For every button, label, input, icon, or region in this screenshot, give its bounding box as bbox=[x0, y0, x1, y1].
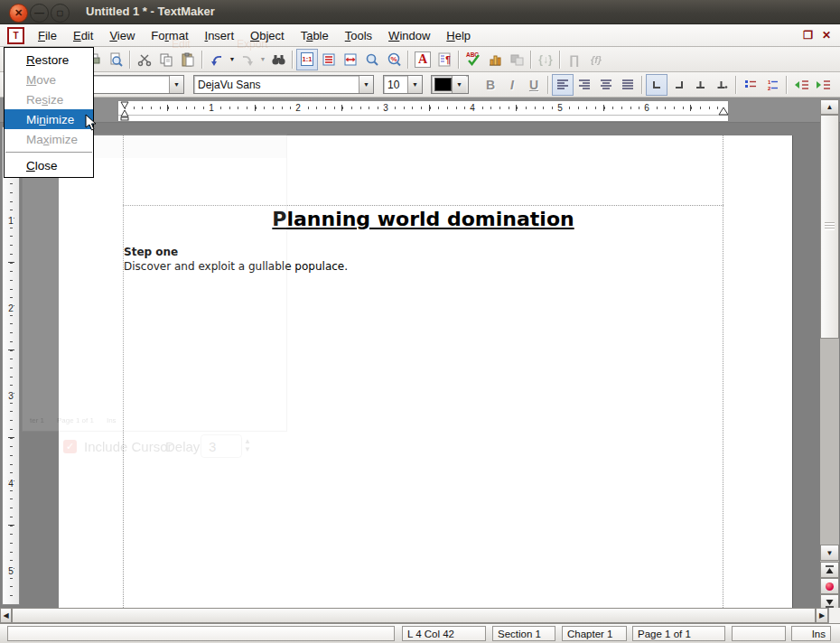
decrease-indent-button[interactable] bbox=[790, 74, 812, 96]
tab-decimal-button[interactable] bbox=[711, 74, 733, 96]
fit-width-button[interactable] bbox=[340, 49, 361, 70]
winmenu-maximize[interactable]: Maximize bbox=[5, 129, 93, 149]
winmenu-minimize[interactable]: Minimize bbox=[5, 109, 93, 129]
status-cursor-position[interactable]: L 4 Col 42 bbox=[402, 626, 486, 641]
scrollbar-corner bbox=[828, 608, 840, 623]
winmenu-restore[interactable]: Restore bbox=[5, 50, 93, 70]
spellcheck-button[interactable]: ABC bbox=[462, 49, 484, 70]
tab-left-button[interactable] bbox=[646, 74, 667, 96]
menu-object[interactable]: Object bbox=[242, 26, 293, 45]
italic-button[interactable]: I bbox=[501, 74, 523, 96]
window-minimize-button[interactable]: — bbox=[30, 4, 49, 23]
align-left-button[interactable] bbox=[552, 74, 574, 96]
window-close-button[interactable]: ✕ bbox=[9, 4, 28, 23]
cut-button[interactable] bbox=[134, 49, 155, 70]
insert-chart-button[interactable] bbox=[484, 49, 506, 70]
browse-object-button[interactable] bbox=[820, 578, 839, 594]
status-chapter[interactable]: Chapter 1 bbox=[562, 626, 627, 641]
scroll-right-button[interactable]: ▶ bbox=[816, 608, 828, 623]
zoom-percent-button[interactable]: % bbox=[383, 49, 405, 70]
window-maximize-button[interactable]: ▢ bbox=[51, 4, 70, 23]
align-center-button[interactable] bbox=[595, 74, 617, 96]
bullet-list-icon bbox=[743, 79, 758, 91]
numbered-list-icon: 12 bbox=[765, 79, 779, 91]
menu-help[interactable]: Help bbox=[438, 26, 479, 45]
toolbar-separator bbox=[201, 51, 203, 69]
status-section[interactable]: Section 1 bbox=[492, 626, 555, 641]
status-page[interactable]: Page 1 of 1 bbox=[632, 626, 725, 641]
right-arrow-icon: ▶ bbox=[819, 611, 825, 620]
status-insert-mode[interactable]: Ins bbox=[791, 626, 831, 641]
undo-dropdown-arrow[interactable]: ▼ bbox=[228, 49, 237, 70]
menu-insert[interactable]: Insert bbox=[197, 26, 243, 45]
redo-button[interactable] bbox=[237, 49, 258, 70]
bold-button[interactable]: B bbox=[480, 74, 501, 96]
copy-button[interactable] bbox=[155, 49, 177, 70]
print-preview-button[interactable] bbox=[105, 49, 126, 70]
document-step-heading: Step one bbox=[124, 246, 178, 258]
font-name-combo[interactable]: DejaVu Sans ▼ bbox=[193, 75, 374, 94]
horizontal-ruler[interactable]: 1 2 3 4 5 6 bbox=[117, 100, 729, 122]
paste-button[interactable] bbox=[177, 49, 199, 70]
bullet-list-button[interactable] bbox=[740, 74, 761, 96]
paragraph-format-button[interactable]: ¶ bbox=[434, 49, 455, 70]
textmaker-app-icon[interactable]: T bbox=[7, 27, 24, 44]
tab-right-button[interactable] bbox=[667, 74, 689, 96]
text-frame-button[interactable]: ∏ bbox=[564, 49, 585, 70]
font-size-combo[interactable]: 10 ▼ bbox=[383, 75, 423, 94]
browse-dot-icon bbox=[826, 582, 834, 591]
horizontal-scrollbar[interactable]: ◀ ▶ bbox=[0, 608, 828, 623]
chevron-down-icon[interactable]: ▼ bbox=[359, 76, 373, 93]
undo-button[interactable] bbox=[206, 49, 228, 70]
ruler-divider bbox=[118, 115, 728, 116]
group-button[interactable]: {↓} bbox=[535, 49, 556, 70]
right-indent-marker[interactable] bbox=[718, 107, 729, 116]
mdi-close-icon[interactable]: ✕ bbox=[822, 29, 831, 42]
vertical-scrollbar-thumb[interactable] bbox=[820, 115, 839, 339]
chevron-down-icon[interactable]: ▼ bbox=[407, 76, 422, 93]
insert-object-button[interactable] bbox=[506, 49, 527, 70]
menu-tools[interactable]: Tools bbox=[337, 26, 380, 45]
scroll-up-button[interactable]: ▲ bbox=[820, 99, 839, 115]
find-button[interactable] bbox=[267, 49, 289, 70]
svg-text:2: 2 bbox=[768, 86, 771, 91]
menu-window[interactable]: Window bbox=[380, 26, 438, 45]
increase-indent-button[interactable] bbox=[812, 74, 834, 96]
align-right-button[interactable] bbox=[574, 74, 595, 96]
chevron-down-icon[interactable]: ▼ bbox=[452, 76, 466, 93]
menu-view[interactable]: View bbox=[101, 26, 143, 45]
underline-button[interactable]: U bbox=[523, 74, 545, 96]
mdi-restore-icon[interactable]: ❐ bbox=[803, 29, 813, 42]
previous-page-button[interactable] bbox=[820, 562, 839, 578]
zoom-100-button[interactable]: 1:1 bbox=[296, 49, 318, 70]
menu-edit[interactable]: Edit bbox=[65, 26, 101, 45]
character-icon: A bbox=[415, 51, 431, 68]
insert-function-button[interactable]: {f} bbox=[585, 49, 607, 70]
toolbar-separator bbox=[530, 51, 532, 69]
menu-file[interactable]: File bbox=[30, 26, 65, 45]
scroll-down-button[interactable]: ▼ bbox=[820, 545, 839, 561]
horizontal-scrollbar-thumb[interactable] bbox=[12, 608, 816, 623]
tab-center-button[interactable] bbox=[689, 74, 711, 96]
normal-view-button[interactable] bbox=[318, 49, 340, 70]
winmenu-move[interactable]: Move bbox=[5, 70, 93, 89]
winmenu-close[interactable]: Close bbox=[5, 155, 93, 175]
menu-table[interactable]: Table bbox=[293, 26, 337, 45]
character-format-button[interactable]: A bbox=[412, 49, 434, 70]
toolbar-separator bbox=[735, 76, 737, 94]
menu-format[interactable]: Format bbox=[143, 26, 196, 45]
vertical-ruler[interactable]: 1 2 3 4 5 bbox=[2, 126, 20, 605]
align-center-icon bbox=[600, 79, 612, 90]
vertical-scrollbar[interactable]: ▲ ▼ bbox=[820, 99, 839, 610]
chevron-down-icon[interactable]: ▼ bbox=[169, 76, 183, 93]
zoom-button[interactable] bbox=[361, 49, 383, 70]
scroll-left-button[interactable]: ◀ bbox=[0, 608, 12, 623]
indent-marker[interactable] bbox=[120, 101, 129, 121]
numbered-list-button[interactable]: 12 bbox=[761, 74, 783, 96]
paragraph-icon: ¶ bbox=[437, 52, 452, 67]
justify-button[interactable] bbox=[617, 74, 639, 96]
font-color-combo[interactable]: ▼ bbox=[431, 75, 469, 94]
winmenu-resize[interactable]: Resize bbox=[5, 89, 93, 109]
document-page[interactable]: Planning world domination Step one Disco… bbox=[59, 135, 792, 608]
redo-dropdown-arrow[interactable]: ▼ bbox=[258, 49, 267, 70]
